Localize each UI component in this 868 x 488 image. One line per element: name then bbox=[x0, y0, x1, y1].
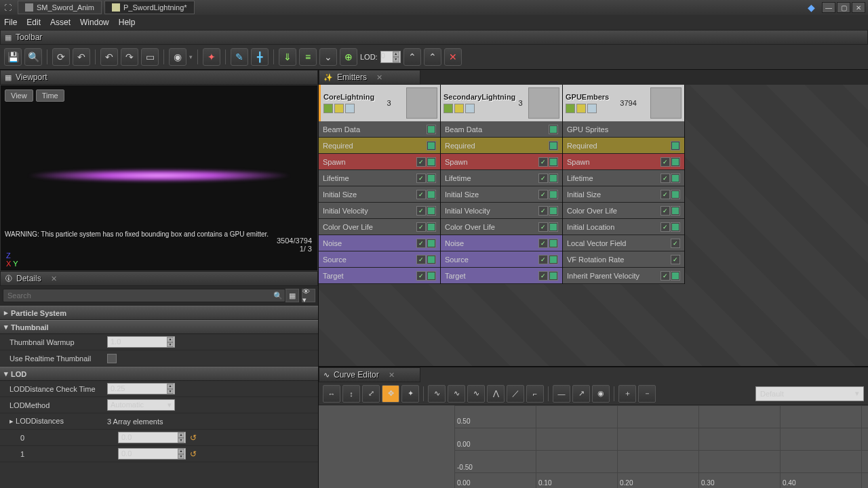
origin-axis-button[interactable]: ✦ bbox=[203, 48, 220, 66]
details-search-input[interactable] bbox=[3, 289, 285, 302]
thumbnail-warmup-input[interactable]: 1.0▲▼ bbox=[107, 336, 175, 348]
mode-break-button[interactable]: ⋀ bbox=[487, 385, 505, 403]
menu-window[interactable]: Window bbox=[80, 18, 109, 27]
module-curve-button[interactable] bbox=[549, 206, 558, 216]
add-lod-button[interactable]: ⊕ bbox=[340, 48, 357, 66]
solo-icon[interactable] bbox=[566, 104, 575, 113]
module-curve-button[interactable] bbox=[549, 222, 558, 232]
category-thumbnail[interactable]: ▾Thumbnail bbox=[0, 320, 318, 334]
module-row[interactable]: Initial Velocity bbox=[441, 203, 562, 219]
module-curve-button[interactable] bbox=[549, 174, 558, 183]
module-enable-checkbox[interactable] bbox=[660, 206, 670, 216]
fit-horizontal-button[interactable]: ↔ bbox=[323, 385, 340, 403]
module-row[interactable]: Required bbox=[441, 138, 562, 154]
module-enable-checkbox[interactable] bbox=[538, 206, 548, 216]
restart-level-button[interactable]: ↶ bbox=[73, 48, 90, 66]
time-menu-button[interactable]: Time bbox=[36, 89, 64, 102]
module-enable-checkbox[interactable] bbox=[538, 190, 548, 199]
minimize-button[interactable]: — bbox=[822, 2, 835, 13]
module-row[interactable]: Beam Data bbox=[319, 121, 440, 138]
toggle-grid-button[interactable]: ╋ bbox=[251, 48, 269, 66]
lowest-lod-button[interactable]: ≡ bbox=[299, 48, 317, 66]
document-tab-1[interactable]: P_SwordLightning* bbox=[104, 1, 195, 14]
module-curve-button[interactable] bbox=[549, 157, 558, 167]
curve-track-list[interactable] bbox=[319, 405, 454, 488]
menu-edit[interactable]: Edit bbox=[26, 18, 41, 27]
render-icon[interactable] bbox=[576, 104, 586, 113]
module-enable-checkbox[interactable] bbox=[416, 255, 426, 264]
module-curve-button[interactable] bbox=[671, 271, 680, 281]
module-row[interactable]: Required bbox=[319, 138, 440, 154]
module-curve-button[interactable] bbox=[427, 206, 436, 216]
lod-spinner[interactable]: 0▲▼ bbox=[380, 51, 401, 63]
module-curve-button[interactable] bbox=[549, 239, 558, 248]
module-curve-button[interactable] bbox=[549, 255, 558, 264]
find-in-cb-button[interactable]: 🔍 bbox=[24, 48, 42, 66]
module-curve-button[interactable] bbox=[671, 157, 680, 167]
save-button[interactable]: 💾 bbox=[4, 48, 22, 66]
mode-auto-clamped-button[interactable]: ∿ bbox=[448, 385, 465, 403]
delete-lod-button[interactable]: ✕ bbox=[444, 48, 462, 66]
module-curve-button[interactable] bbox=[549, 125, 558, 134]
source-control-icon[interactable]: ◆ bbox=[808, 2, 815, 13]
module-enable-checkbox[interactable] bbox=[416, 190, 426, 199]
module-row[interactable]: Inherit Parent Velocity bbox=[563, 268, 684, 284]
module-enable-checkbox[interactable] bbox=[416, 222, 426, 232]
module-curve-button[interactable] bbox=[427, 271, 436, 281]
lod-check-time-input[interactable]: 0.25▲▼ bbox=[107, 383, 175, 394]
module-row[interactable]: Local Vector Field bbox=[563, 235, 684, 251]
create-tab-button[interactable]: ＋ bbox=[618, 385, 636, 403]
module-enable-checkbox[interactable] bbox=[416, 157, 426, 167]
mode-constant-button[interactable]: ⌐ bbox=[526, 385, 544, 403]
emitters-panel[interactable]: CoreLightning3Beam DataRequiredSpawnLife… bbox=[319, 85, 868, 366]
module-row[interactable]: Noise bbox=[319, 235, 440, 251]
module-enable-checkbox[interactable] bbox=[671, 255, 680, 264]
lod-dist-1-input[interactable]: 0.0▲▼ bbox=[118, 448, 186, 460]
module-enable-checkbox[interactable] bbox=[538, 271, 548, 281]
module-curve-button[interactable] bbox=[671, 206, 680, 216]
module-row[interactable]: Initial Size bbox=[319, 186, 440, 203]
details-close-icon[interactable]: ✕ bbox=[51, 274, 57, 283]
module-row[interactable]: VF Rotation Rate bbox=[563, 251, 684, 268]
module-enable-checkbox[interactable] bbox=[538, 174, 548, 183]
render-icon[interactable] bbox=[454, 104, 464, 113]
cross-icon[interactable] bbox=[465, 104, 475, 113]
module-row[interactable]: Beam Data bbox=[441, 121, 562, 138]
lower-lod-button[interactable]: ⌄ bbox=[319, 48, 337, 66]
bounds-button[interactable]: ◉ bbox=[169, 48, 186, 66]
module-row[interactable]: Noise bbox=[441, 235, 562, 251]
background-color-button[interactable]: ✎ bbox=[231, 48, 248, 66]
module-enable-checkbox[interactable] bbox=[538, 239, 548, 248]
menu-file[interactable]: File bbox=[4, 18, 17, 27]
module-row[interactable]: Source bbox=[441, 251, 562, 268]
module-row[interactable]: Source bbox=[319, 251, 440, 268]
module-enable-checkbox[interactable] bbox=[660, 271, 670, 281]
menu-help[interactable]: Help bbox=[119, 18, 136, 27]
redo-button[interactable]: ↷ bbox=[121, 48, 138, 66]
cross-icon[interactable] bbox=[587, 104, 597, 113]
module-curve-button[interactable] bbox=[427, 174, 436, 183]
restart-sim-button[interactable]: ⟳ bbox=[52, 48, 70, 66]
reset-icon[interactable]: ↺ bbox=[190, 449, 199, 459]
emitters-close-icon[interactable]: ✕ bbox=[376, 73, 382, 82]
render-icon[interactable] bbox=[334, 104, 344, 113]
search-icon[interactable]: 🔍 bbox=[273, 291, 283, 300]
module-enable-checkbox[interactable] bbox=[538, 255, 548, 264]
module-curve-button[interactable] bbox=[671, 141, 680, 150]
module-curve-button[interactable] bbox=[427, 222, 436, 232]
module-enable-checkbox[interactable] bbox=[416, 239, 426, 248]
module-row[interactable]: Initial Velocity bbox=[319, 203, 440, 219]
module-curve-button[interactable] bbox=[427, 255, 436, 264]
preview-viewport[interactable]: View Time WARNING: This particle system … bbox=[0, 85, 318, 271]
emitter-header[interactable]: GPUEmbers3794 bbox=[563, 85, 684, 121]
reset-icon[interactable]: ↺ bbox=[190, 433, 199, 443]
module-curve-button[interactable] bbox=[427, 190, 436, 199]
fit-vertical-button[interactable]: ↕ bbox=[342, 385, 360, 403]
module-row[interactable]: Spawn bbox=[319, 154, 440, 170]
lod-dist-0-input[interactable]: 0.0▲▼ bbox=[118, 432, 186, 443]
module-row[interactable]: Initial Size bbox=[441, 186, 562, 203]
mode-auto-button[interactable]: ∿ bbox=[428, 385, 446, 403]
close-button[interactable]: ✕ bbox=[852, 2, 865, 13]
curve-graph[interactable]: 0.50 0.00 -0.50 0.00 0.10 0.20 0.30 0.40 bbox=[454, 405, 868, 488]
pan-button[interactable]: ✥ bbox=[382, 385, 399, 403]
